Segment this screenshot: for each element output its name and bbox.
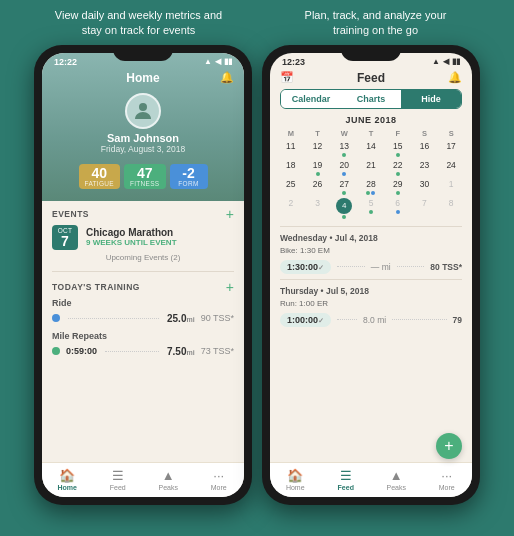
feed-day2-header: Thursday • Jul 5, 2018: [270, 282, 472, 298]
cal-cell-27[interactable]: 27: [331, 178, 357, 196]
battery-icon2: ▮▮: [452, 57, 460, 66]
nav-more[interactable]: ··· More: [199, 468, 239, 491]
mile-repeats-metrics: 0:59:00 7.50mi 73 TSS*: [52, 343, 234, 360]
phone1-time: 12:22: [54, 57, 77, 67]
feed-item2[interactable]: 1:00:00✓ 8.0 mi 79: [270, 310, 472, 330]
cal-cell-21[interactable]: 21: [358, 159, 384, 177]
mile-repeats-name: Mile Repeats: [52, 331, 234, 341]
cal-cell-28[interactable]: 28: [358, 178, 384, 196]
upcoming-label[interactable]: Upcoming Events (2): [52, 250, 234, 265]
feed-nav-icon: ☰: [112, 468, 124, 483]
nav-peaks[interactable]: ▲ Peaks: [148, 468, 188, 491]
cal-cell-jul1[interactable]: 1: [438, 178, 464, 196]
avatar: [125, 93, 161, 129]
fitness-label: FITNESS: [130, 180, 160, 187]
cal-day-mon: M: [278, 128, 304, 139]
cal-cell-17[interactable]: 17: [438, 140, 464, 158]
peaks2-nav-label: Peaks: [387, 484, 406, 491]
cal-cell-jul7[interactable]: 7: [412, 197, 438, 220]
training-add-button[interactable]: +: [226, 280, 234, 294]
feed-item1-separator: [337, 266, 365, 267]
cal-cell-29[interactable]: 29: [385, 178, 411, 196]
calendar-month-header: JUNE 2018: [278, 115, 464, 125]
events-header: EVENTS +: [52, 207, 234, 221]
cal-cell-12[interactable]: 12: [305, 140, 331, 158]
feed-nav-bar: 📅 Feed 🔔: [270, 69, 472, 89]
feed-title: Feed: [357, 71, 385, 85]
cal-cell-24[interactable]: 24: [438, 159, 464, 177]
cal-cell-jul4[interactable]: 4: [331, 197, 357, 220]
nav-home[interactable]: 🏠 Home: [47, 468, 87, 491]
tab-charts[interactable]: Charts: [341, 90, 401, 108]
avatar-section: Sam Johnson Friday, August 3, 2018: [42, 89, 244, 160]
phone2-time: 12:23: [282, 57, 305, 67]
cal-cell-19[interactable]: 19: [305, 159, 331, 177]
training-title: TODAY'S TRAINING: [52, 282, 140, 292]
cal-cell-25[interactable]: 25: [278, 178, 304, 196]
cal-cell-20[interactable]: 20: [331, 159, 357, 177]
mile-repeats-item: Mile Repeats 0:59:00 7.50mi 73 TSS*: [52, 331, 234, 360]
nav2-home[interactable]: 🏠 Home: [275, 468, 315, 491]
cal-cell-14[interactable]: 14: [358, 140, 384, 158]
feed-item1-sep2: [397, 266, 425, 267]
event-info: Chicago Marathon 9 WEEKS UNTIL EVENT: [86, 227, 234, 247]
nav2-feed[interactable]: ☰ Feed: [326, 468, 366, 491]
ride-tss: 90 TSS*: [201, 313, 234, 323]
home-title: Home: [126, 71, 159, 85]
cal-cell-18[interactable]: 18: [278, 159, 304, 177]
divider1: [52, 271, 234, 272]
cal-cell-11[interactable]: 11: [278, 140, 304, 158]
cal-cell-30[interactable]: 30: [412, 178, 438, 196]
run-time: 0:59:00: [66, 346, 97, 356]
fab-add-button[interactable]: +: [436, 433, 462, 459]
cal-cell-22[interactable]: 22: [385, 159, 411, 177]
more2-nav-label: More: [439, 484, 455, 491]
cal-cell-13[interactable]: 13: [331, 140, 357, 158]
fitness-value: 47: [137, 166, 153, 180]
cal-cell-26[interactable]: 26: [305, 178, 331, 196]
tab-calendar[interactable]: Calendar: [281, 90, 341, 108]
event-item[interactable]: OCT 7 Chicago Marathon 9 WEEKS UNTIL EVE…: [52, 225, 234, 250]
events-section: EVENTS + OCT 7 Chicago Marathon 9 WEEKS …: [42, 201, 244, 269]
event-day: 7: [56, 234, 74, 248]
run-distance: 7.50mi: [167, 346, 195, 357]
cal-cell-23[interactable]: 23: [412, 159, 438, 177]
feed2-nav-label: Feed: [338, 484, 354, 491]
nav2-peaks[interactable]: ▲ Peaks: [376, 468, 416, 491]
cal-cell-15[interactable]: 15: [385, 140, 411, 158]
form-label: FORM: [178, 180, 198, 187]
cal-cell-jul3[interactable]: 3: [305, 197, 331, 220]
feed-divider2: [280, 279, 462, 280]
phone1-nav-title: Home: [42, 69, 244, 89]
calendar-icon[interactable]: 📅: [280, 71, 294, 84]
more-nav-icon: ···: [213, 468, 224, 483]
peaks2-nav-icon: ▲: [390, 468, 403, 483]
phone1-bottom-nav: 🏠 Home ☰ Feed ▲ Peaks ··· More: [42, 462, 244, 497]
cal-cell-jul2[interactable]: 2: [278, 197, 304, 220]
phone1-screen: 12:22 ▲ ◀ ▮▮ Home 🔔: [42, 53, 244, 497]
feed-bell-icon[interactable]: 🔔: [448, 71, 462, 84]
tagline-right: Plan, track, and analyze yourtraining on…: [269, 8, 482, 39]
cal-cell-jul6[interactable]: 6: [385, 197, 411, 220]
peaks-nav-icon: ▲: [162, 468, 175, 483]
fatigue-label: FATIGUE: [85, 180, 114, 187]
feed-item1[interactable]: 1:30:00✓ — mi 80 TSS*: [270, 257, 472, 277]
event-weeks: 9 WEEKS UNTIL EVENT: [86, 238, 234, 247]
cal-cell-jul5[interactable]: 5: [358, 197, 384, 220]
cal-cell-jul8[interactable]: 8: [438, 197, 464, 220]
run-dot: [52, 347, 60, 355]
signal-icon: ▲: [204, 57, 212, 66]
tab-hide[interactable]: Hide: [401, 90, 461, 108]
nav2-more[interactable]: ··· More: [427, 468, 467, 491]
feed-item2-sep2: [392, 319, 446, 320]
notification-bell-icon[interactable]: 🔔: [220, 71, 234, 84]
dotted-line-run: [105, 351, 159, 352]
phone2-screen: 12:23 ▲ ◀ ▮▮ 📅 Feed 🔔 Calendar Charts Hi…: [270, 53, 472, 497]
feed-item1-time: 1:30:00✓: [280, 260, 331, 274]
cal-cell-16[interactable]: 16: [412, 140, 438, 158]
calendar-grid: M T W T F S S 11 12 13 14 15 16 17 1: [278, 128, 464, 220]
events-add-button[interactable]: +: [226, 207, 234, 221]
run-tss: 73 TSS*: [201, 346, 234, 356]
wifi-icon: ◀: [215, 57, 221, 66]
nav-feed[interactable]: ☰ Feed: [98, 468, 138, 491]
